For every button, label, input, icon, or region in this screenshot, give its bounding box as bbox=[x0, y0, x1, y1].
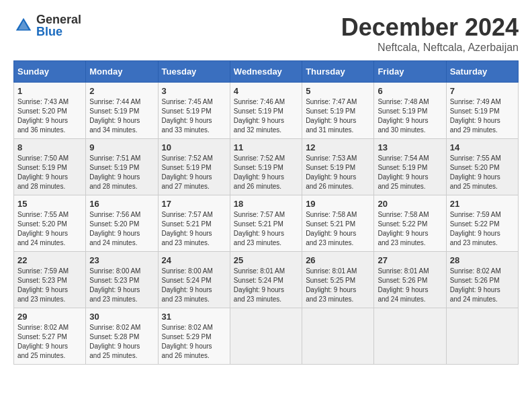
sunrise-text: Sunrise: 8:01 AM bbox=[306, 267, 370, 276]
day-cell-21: 21Sunrise: 7:59 AMSunset: 5:22 PMDayligh… bbox=[446, 195, 518, 252]
empty-cell bbox=[230, 308, 302, 365]
day-number: 8 bbox=[17, 142, 82, 152]
sunrise-text: Sunrise: 7:48 AM bbox=[378, 97, 442, 107]
day-number: 30 bbox=[89, 312, 154, 322]
week-row-1: 1Sunrise: 7:43 AMSunset: 5:20 PMDaylight… bbox=[14, 83, 519, 139]
day-info: Sunrise: 7:49 AMSunset: 5:19 PMDaylight:… bbox=[450, 97, 515, 135]
daylight-text: Daylight: 9 hours bbox=[234, 116, 298, 126]
day-info: Sunrise: 7:52 AMSunset: 5:19 PMDaylight:… bbox=[234, 154, 298, 191]
daylight-minutes-text: and 23 minutes. bbox=[378, 238, 442, 248]
sunrise-text: Sunrise: 7:51 AM bbox=[89, 154, 154, 163]
day-cell-4: 4Sunrise: 7:46 AMSunset: 5:19 PMDaylight… bbox=[230, 83, 302, 139]
day-info: Sunrise: 7:46 AMSunset: 5:19 PMDaylight:… bbox=[234, 97, 298, 135]
day-info: Sunrise: 7:55 AMSunset: 5:20 PMDaylight:… bbox=[17, 210, 82, 248]
day-number: 27 bbox=[378, 255, 442, 265]
day-info: Sunrise: 8:02 AMSunset: 5:27 PMDaylight:… bbox=[17, 323, 82, 361]
daylight-minutes-text: and 23 minutes. bbox=[450, 238, 515, 248]
weekday-header-sunday: Sunday bbox=[14, 61, 86, 83]
sunset-text: Sunset: 5:25 PM bbox=[306, 276, 370, 285]
daylight-text: Daylight: 9 hours bbox=[17, 229, 82, 238]
day-info: Sunrise: 7:57 AMSunset: 5:21 PMDaylight:… bbox=[162, 210, 226, 248]
daylight-text: Daylight: 9 hours bbox=[306, 173, 370, 182]
week-row-5: 29Sunrise: 8:02 AMSunset: 5:27 PMDayligh… bbox=[14, 308, 519, 365]
daylight-minutes-text: and 25 minutes. bbox=[378, 182, 442, 191]
daylight-text: Daylight: 9 hours bbox=[306, 229, 370, 238]
day-info: Sunrise: 7:59 AMSunset: 5:23 PMDaylight:… bbox=[17, 267, 82, 304]
title-area: December 2024 Neftcala, Neftcala, Azerba… bbox=[341, 13, 519, 54]
day-cell-11: 11Sunrise: 7:52 AMSunset: 5:19 PMDayligh… bbox=[230, 139, 302, 195]
daylight-minutes-text: and 23 minutes. bbox=[162, 295, 226, 304]
day-info: Sunrise: 7:59 AMSunset: 5:22 PMDaylight:… bbox=[450, 210, 515, 248]
sunrise-text: Sunrise: 7:59 AM bbox=[17, 267, 82, 276]
sunrise-text: Sunrise: 7:55 AM bbox=[450, 154, 515, 163]
daylight-minutes-text: and 36 minutes. bbox=[17, 126, 82, 135]
day-number: 29 bbox=[17, 312, 82, 322]
day-cell-16: 16Sunrise: 7:56 AMSunset: 5:20 PMDayligh… bbox=[86, 195, 158, 252]
day-cell-30: 30Sunrise: 8:02 AMSunset: 5:28 PMDayligh… bbox=[86, 308, 158, 365]
sunset-text: Sunset: 5:21 PM bbox=[306, 220, 370, 229]
sunset-text: Sunset: 5:24 PM bbox=[162, 276, 226, 285]
sunset-text: Sunset: 5:19 PM bbox=[162, 163, 226, 173]
weekday-header-tuesday: Tuesday bbox=[158, 61, 230, 83]
weekday-header-wednesday: Wednesday bbox=[230, 61, 302, 83]
daylight-minutes-text: and 29 minutes. bbox=[450, 126, 515, 135]
daylight-minutes-text: and 25 minutes. bbox=[89, 351, 154, 361]
sunrise-text: Sunrise: 7:58 AM bbox=[306, 210, 370, 220]
daylight-minutes-text: and 25 minutes. bbox=[450, 182, 515, 191]
daylight-minutes-text: and 23 minutes. bbox=[234, 238, 298, 248]
sunset-text: Sunset: 5:28 PM bbox=[89, 332, 154, 342]
daylight-minutes-text: and 31 minutes. bbox=[306, 126, 370, 135]
daylight-minutes-text: and 23 minutes. bbox=[89, 295, 154, 304]
day-cell-15: 15Sunrise: 7:55 AMSunset: 5:20 PMDayligh… bbox=[14, 195, 86, 252]
day-number: 16 bbox=[89, 199, 154, 209]
sunrise-text: Sunrise: 8:02 AM bbox=[17, 323, 82, 332]
day-info: Sunrise: 7:43 AMSunset: 5:20 PMDaylight:… bbox=[17, 97, 82, 135]
daylight-text: Daylight: 9 hours bbox=[162, 285, 226, 295]
sunrise-text: Sunrise: 7:56 AM bbox=[89, 210, 154, 220]
week-row-2: 8Sunrise: 7:50 AMSunset: 5:19 PMDaylight… bbox=[14, 139, 519, 195]
sunrise-text: Sunrise: 8:02 AM bbox=[89, 323, 154, 332]
sunrise-text: Sunrise: 7:46 AM bbox=[234, 97, 298, 107]
daylight-text: Daylight: 9 hours bbox=[89, 173, 154, 182]
week-row-4: 22Sunrise: 7:59 AMSunset: 5:23 PMDayligh… bbox=[14, 252, 519, 308]
daylight-text: Daylight: 9 hours bbox=[306, 116, 370, 126]
sunset-text: Sunset: 5:19 PM bbox=[378, 107, 442, 116]
day-cell-9: 9Sunrise: 7:51 AMSunset: 5:19 PMDaylight… bbox=[86, 139, 158, 195]
daylight-text: Daylight: 9 hours bbox=[450, 285, 515, 295]
daylight-minutes-text: and 24 minutes. bbox=[450, 295, 515, 304]
day-cell-31: 31Sunrise: 8:02 AMSunset: 5:29 PMDayligh… bbox=[158, 308, 230, 365]
sunrise-text: Sunrise: 8:00 AM bbox=[162, 267, 226, 276]
daylight-text: Daylight: 9 hours bbox=[17, 116, 82, 126]
logo-text: General Blue bbox=[36, 13, 81, 38]
logo-blue-text: Blue bbox=[36, 26, 81, 38]
day-number: 3 bbox=[162, 86, 226, 96]
daylight-text: Daylight: 9 hours bbox=[378, 229, 442, 238]
day-number: 4 bbox=[234, 86, 298, 96]
day-number: 15 bbox=[17, 199, 82, 209]
month-title: December 2024 bbox=[341, 13, 519, 42]
daylight-minutes-text: and 23 minutes. bbox=[306, 295, 370, 304]
sunset-text: Sunset: 5:26 PM bbox=[450, 276, 515, 285]
day-info: Sunrise: 7:50 AMSunset: 5:19 PMDaylight:… bbox=[17, 154, 82, 191]
day-info: Sunrise: 8:02 AMSunset: 5:28 PMDaylight:… bbox=[89, 323, 154, 361]
weekday-header-row: SundayMondayTuesdayWednesdayThursdayFrid… bbox=[14, 61, 519, 83]
day-cell-2: 2Sunrise: 7:44 AMSunset: 5:19 PMDaylight… bbox=[86, 83, 158, 139]
day-number: 7 bbox=[450, 86, 515, 96]
sunset-text: Sunset: 5:19 PM bbox=[234, 163, 298, 173]
sunrise-text: Sunrise: 8:02 AM bbox=[450, 267, 515, 276]
sunrise-text: Sunrise: 7:43 AM bbox=[17, 97, 82, 107]
day-number: 13 bbox=[378, 142, 442, 152]
sunset-text: Sunset: 5:23 PM bbox=[17, 276, 82, 285]
sunrise-text: Sunrise: 7:49 AM bbox=[450, 97, 515, 107]
sunset-text: Sunset: 5:19 PM bbox=[378, 163, 442, 173]
sunrise-text: Sunrise: 7:55 AM bbox=[17, 210, 82, 220]
sunset-text: Sunset: 5:20 PM bbox=[17, 107, 82, 116]
daylight-text: Daylight: 9 hours bbox=[89, 285, 154, 295]
daylight-minutes-text: and 26 minutes. bbox=[162, 351, 226, 361]
sunset-text: Sunset: 5:21 PM bbox=[162, 220, 226, 229]
day-cell-13: 13Sunrise: 7:54 AMSunset: 5:19 PMDayligh… bbox=[374, 139, 446, 195]
day-info: Sunrise: 7:53 AMSunset: 5:19 PMDaylight:… bbox=[306, 154, 370, 191]
daylight-minutes-text: and 24 minutes. bbox=[17, 238, 82, 248]
day-cell-5: 5Sunrise: 7:47 AMSunset: 5:19 PMDaylight… bbox=[302, 83, 374, 139]
sunset-text: Sunset: 5:26 PM bbox=[378, 276, 442, 285]
